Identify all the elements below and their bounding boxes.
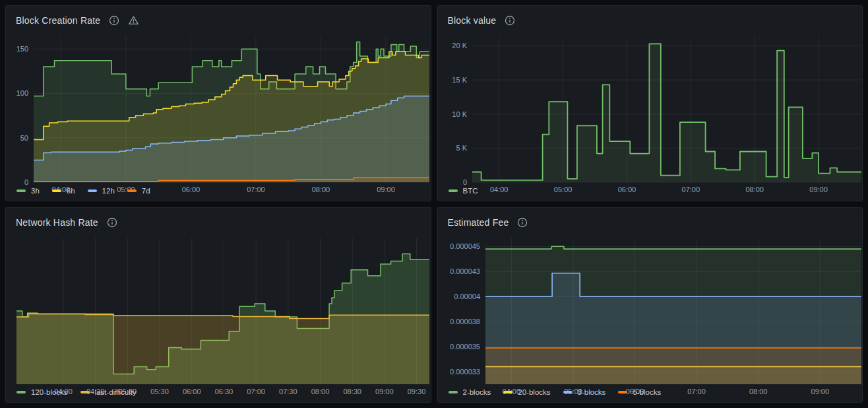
legend: 2-blocks20-blocks3-blocks5-blocks bbox=[438, 386, 863, 402]
legend-label: BTC bbox=[463, 187, 478, 195]
legend-item-BTC[interactable]: BTC bbox=[449, 187, 478, 195]
y-tick-label: 0.000038 bbox=[450, 318, 480, 325]
legend-marker-icon bbox=[503, 391, 512, 393]
legend-item-3-blocks[interactable]: 3-blocks bbox=[563, 388, 606, 396]
y-tick-label: 150 bbox=[16, 45, 28, 53]
legend-item-12h[interactable]: 12h bbox=[88, 187, 115, 195]
legend-label: 7d bbox=[142, 187, 150, 195]
panel-header: Block value bbox=[438, 6, 863, 29]
legend-marker-icon bbox=[449, 391, 458, 393]
legend-item-120-blocks[interactable]: 120-blocks bbox=[16, 388, 68, 396]
panel-header: Block Creation Rate bbox=[6, 6, 431, 29]
legend-marker-icon bbox=[127, 189, 137, 192]
panel-estimated-fee: Estimated Fee 04:0005:0006:0007:0008:000… bbox=[437, 207, 863, 403]
y-tick-label: 0.00004 bbox=[454, 292, 480, 300]
chart-svg: 04:0005:0006:0007:0008:0009:000.0000330.… bbox=[442, 234, 867, 397]
legend-label: 120-blocks bbox=[31, 388, 68, 396]
chart-svg: 04:0005:0006:0007:0008:0009:0005 K10 K15… bbox=[442, 32, 867, 195]
legend-marker-icon bbox=[449, 189, 458, 192]
panel-header: Estimated Fee bbox=[438, 208, 863, 231]
legend: BTC bbox=[438, 185, 863, 201]
panel-title[interactable]: Block value bbox=[448, 15, 497, 26]
info-icon[interactable] bbox=[517, 217, 528, 228]
panel-title[interactable]: Block Creation Rate bbox=[16, 15, 100, 26]
legend-label: 3-blocks bbox=[578, 388, 606, 396]
series-fill-last-difficulty bbox=[16, 313, 429, 384]
chart-svg: 04:0004:3005:0005:3006:0006:3007:0007:30… bbox=[10, 234, 435, 397]
legend-item-20-blocks[interactable]: 20-blocks bbox=[503, 388, 550, 396]
grafana-dashboard: Block Creation Rate 04:0005:0006:0007:00… bbox=[0, 0, 868, 408]
chart-block-creation-rate: 04:0005:0006:0007:0008:0009:00050100150 bbox=[6, 29, 431, 185]
legend-label: 6h bbox=[67, 187, 75, 195]
y-tick-label: 0.000033 bbox=[450, 368, 480, 376]
y-tick-label: 10 K bbox=[452, 110, 467, 118]
y-tick-label: 20 K bbox=[452, 42, 467, 50]
chart-estimated-fee: 04:0005:0006:0007:0008:0009:000.0000330.… bbox=[438, 231, 863, 387]
series-fill-5-blocks bbox=[485, 348, 861, 384]
legend: 120-blockslast-difficulty bbox=[6, 386, 431, 402]
chart-svg: 04:0005:0006:0007:0008:0009:00050100150 bbox=[10, 32, 435, 195]
y-tick-label: 5 K bbox=[456, 144, 467, 152]
chart-network-hash-rate: 04:0004:3005:0005:3006:0006:3007:0007:30… bbox=[6, 231, 431, 387]
legend-item-5-blocks[interactable]: 5-blocks bbox=[618, 388, 661, 396]
panel-title[interactable]: Network Hash Rate bbox=[16, 217, 98, 228]
legend-item-7d[interactable]: 7d bbox=[127, 187, 150, 195]
legend-marker-icon bbox=[16, 189, 26, 192]
y-tick-label: 50 bbox=[20, 134, 28, 142]
legend-item-3h[interactable]: 3h bbox=[16, 187, 40, 195]
legend-marker-icon bbox=[80, 391, 90, 393]
legend-marker-icon bbox=[52, 189, 61, 192]
info-icon[interactable] bbox=[107, 217, 117, 228]
panel-block-creation-rate: Block Creation Rate 04:0005:0006:0007:00… bbox=[5, 5, 431, 201]
legend-marker-icon bbox=[618, 391, 627, 393]
legend-marker-icon bbox=[563, 391, 573, 393]
legend-marker-icon bbox=[88, 189, 97, 192]
series-line-2-blocks bbox=[485, 246, 861, 249]
y-tick-label: 0.000035 bbox=[450, 343, 480, 351]
legend-item-last-difficulty[interactable]: last-difficulty bbox=[80, 388, 137, 396]
y-tick-label: 0.000043 bbox=[450, 267, 480, 275]
y-tick-label: 15 K bbox=[452, 76, 467, 84]
y-tick-label: 0.000045 bbox=[450, 242, 480, 250]
y-tick-label: 100 bbox=[16, 89, 28, 97]
panel-block-value: Block value 04:0005:0006:0007:0008:0009:… bbox=[437, 5, 863, 201]
warning-icon[interactable] bbox=[128, 15, 139, 26]
legend-label: 20-blocks bbox=[518, 388, 550, 396]
legend-label: last-difficulty bbox=[95, 388, 137, 396]
legend-item-6h[interactable]: 6h bbox=[52, 187, 75, 195]
info-icon[interactable] bbox=[109, 15, 119, 26]
legend-marker-icon bbox=[16, 391, 26, 393]
legend-item-2-blocks[interactable]: 2-blocks bbox=[449, 388, 491, 396]
legend-label: 12h bbox=[102, 187, 115, 195]
panel-title[interactable]: Estimated Fee bbox=[448, 217, 509, 228]
panel-network-hash-rate: Network Hash Rate 04:0004:3005:0005:3006… bbox=[5, 207, 431, 403]
legend-label: 5-blocks bbox=[633, 388, 661, 396]
chart-block-value: 04:0005:0006:0007:0008:0009:0005 K10 K15… bbox=[438, 29, 863, 185]
info-icon[interactable] bbox=[505, 15, 515, 26]
legend-label: 2-blocks bbox=[463, 388, 491, 396]
legend-label: 3h bbox=[31, 187, 40, 195]
panel-header: Network Hash Rate bbox=[6, 208, 431, 231]
legend: 3h6h12h7d bbox=[6, 185, 431, 201]
